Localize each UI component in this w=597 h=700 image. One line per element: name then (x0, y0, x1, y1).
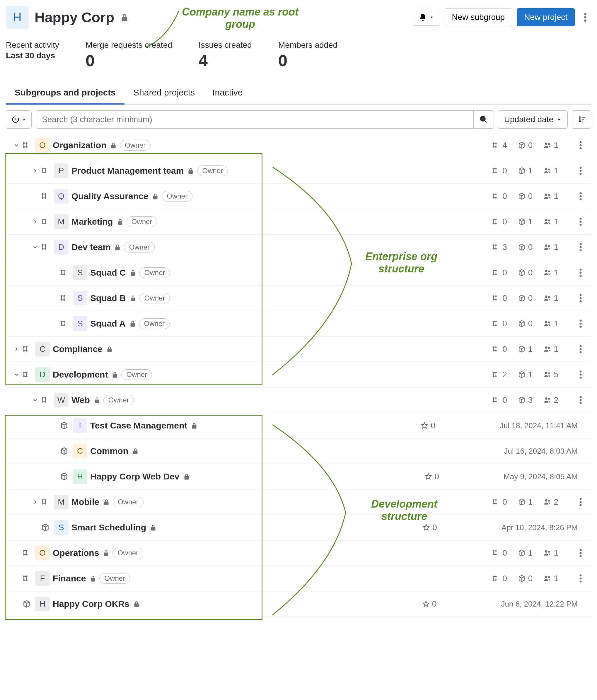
row-stats: 0 0 1 (492, 573, 587, 584)
tree-row[interactable]: CCompliance 0 1 1 (6, 336, 591, 362)
header-more-button[interactable] (579, 11, 591, 23)
row-name[interactable]: Dev team (72, 242, 110, 252)
row-name[interactable]: Quality Assurance (72, 191, 148, 201)
expand-toggle[interactable] (12, 346, 21, 352)
row-more-button[interactable] (575, 267, 587, 278)
row-name[interactable]: Squad A (90, 319, 126, 329)
search-field[interactable] (42, 115, 468, 124)
svg-point-171 (580, 555, 582, 557)
svg-point-122 (23, 375, 25, 377)
tree-row[interactable]: DDevelopmentOwner 2 1 5 (6, 362, 591, 388)
svg-point-178 (493, 579, 494, 581)
tree-row[interactable]: HHappy Corp Web Dev 0May 9, 2024, 8:05 A… (6, 464, 591, 490)
tab-shared[interactable]: Shared projects (124, 82, 204, 104)
tree-row[interactable]: OOrganizationOwner 4 0 1 (6, 133, 591, 158)
row-name[interactable]: Smart Scheduling (72, 523, 146, 532)
sort-direction-button[interactable] (572, 110, 591, 129)
row-name[interactable]: Web (72, 395, 90, 405)
stat-mr-value: 0 (85, 51, 172, 70)
svg-point-175 (26, 579, 28, 581)
row-name[interactable]: Development (53, 370, 108, 380)
sort-button[interactable]: Updated date (498, 110, 568, 129)
tree-row[interactable]: TTest Case Management 0Jul 18, 2024, 11:… (6, 413, 591, 439)
tree-row[interactable]: HHappy Corp OKRs 0Jun 6, 2024, 12:22 PM (6, 591, 591, 617)
tree-row[interactable]: SSquad AOwner 0 0 1 (6, 311, 591, 336)
search-button[interactable] (474, 110, 494, 129)
row-name[interactable]: Squad B (90, 293, 126, 303)
row-name[interactable]: Common (90, 446, 128, 456)
row-name[interactable]: Squad C (90, 268, 126, 278)
search-input[interactable] (36, 110, 474, 129)
tree-row[interactable]: OOperationsOwner 0 1 1 (6, 541, 591, 566)
row-name[interactable]: Finance (53, 573, 86, 583)
tree-row[interactable]: WWebOwner 0 3 2 (6, 388, 591, 413)
row-name[interactable]: Operations (53, 548, 99, 558)
row-more-button[interactable] (575, 343, 587, 355)
svg-point-19 (45, 172, 46, 173)
chevron-down-icon (21, 117, 26, 122)
expand-toggle[interactable] (30, 168, 40, 174)
subgroups-count: 0 (492, 268, 507, 277)
tree-row[interactable]: SSmart Scheduling 0Apr 10, 2024, 8:26 PM (6, 515, 591, 541)
svg-point-29 (42, 193, 44, 195)
subgroups-count: 0 (492, 294, 507, 303)
tab-subgroups[interactable]: Subgroups and projects (6, 82, 124, 104)
svg-point-125 (495, 372, 497, 373)
svg-point-141 (545, 397, 547, 400)
svg-point-118 (580, 348, 582, 350)
tree-row[interactable]: SSquad BOwner 0 0 1 (6, 285, 591, 311)
tree-row[interactable]: DDev teamOwner 3 0 1 (6, 234, 591, 260)
expand-toggle[interactable] (30, 244, 40, 250)
row-name[interactable]: Test Case Management (90, 421, 187, 430)
lock-icon (133, 600, 140, 607)
row-more-button[interactable] (575, 369, 587, 380)
expand-toggle[interactable] (12, 372, 21, 377)
row-name[interactable]: Happy Corp Web Dev (90, 472, 179, 481)
row-name[interactable]: Mobile (72, 497, 99, 507)
svg-point-168 (548, 551, 550, 552)
new-subgroup-button[interactable]: New subgroup (445, 8, 512, 26)
expand-toggle[interactable] (30, 499, 40, 505)
tree-row[interactable]: SSquad COwner 0 0 1 (6, 260, 591, 285)
row-stats: 0 0 1 (492, 318, 587, 329)
expand-toggle[interactable] (30, 219, 40, 225)
notification-button[interactable] (413, 9, 440, 26)
row-more-button[interactable] (575, 191, 587, 202)
tree-row[interactable]: MMobileOwner 0 1 2 (6, 490, 591, 515)
new-project-button[interactable]: New project (517, 8, 575, 26)
row-more-button[interactable] (575, 292, 587, 304)
row-more-button[interactable] (575, 496, 587, 508)
svg-point-3 (23, 142, 25, 144)
row-name[interactable]: Organization (53, 140, 106, 150)
row-more-button[interactable] (575, 547, 587, 559)
row-more-button[interactable] (575, 216, 587, 228)
svg-point-126 (493, 375, 494, 377)
expand-toggle[interactable] (12, 142, 21, 148)
expand-toggle[interactable] (30, 397, 40, 403)
row-more-button[interactable] (575, 165, 587, 177)
row-name[interactable]: Product Management team (72, 166, 184, 176)
row-name[interactable]: Compliance (53, 344, 102, 354)
tree-row[interactable]: CCommonJul 16, 2024, 8:03 AM (6, 439, 591, 464)
group-icon (58, 268, 70, 277)
row-more-button[interactable] (575, 573, 587, 584)
tree-row[interactable]: MMarketingOwner 0 1 1 (6, 209, 591, 234)
tree-row[interactable]: FFinanceOwner 0 0 1 (6, 566, 591, 591)
tab-inactive[interactable]: Inactive (204, 82, 251, 104)
row-name[interactable]: Marketing (72, 217, 113, 227)
subgroups-count: 0 (492, 395, 507, 405)
history-button[interactable] (6, 110, 32, 129)
projects-count: 0 (518, 192, 533, 201)
row-more-button[interactable] (575, 241, 587, 253)
row-name[interactable]: Happy Corp OKRs (53, 599, 129, 609)
row-more-button[interactable] (575, 318, 587, 329)
lock-icon (183, 473, 190, 480)
lock-icon (129, 269, 136, 276)
row-more-button[interactable] (575, 394, 587, 406)
tree-row[interactable]: PProduct Management teamOwner 0 1 1 (6, 158, 591, 184)
row-stats: 3 0 1 (492, 241, 587, 253)
row-more-button[interactable] (575, 140, 587, 151)
svg-point-104 (580, 320, 582, 322)
svg-point-74 (493, 274, 494, 275)
tree-row[interactable]: QQuality AssuranceOwner 0 0 1 (6, 184, 591, 209)
